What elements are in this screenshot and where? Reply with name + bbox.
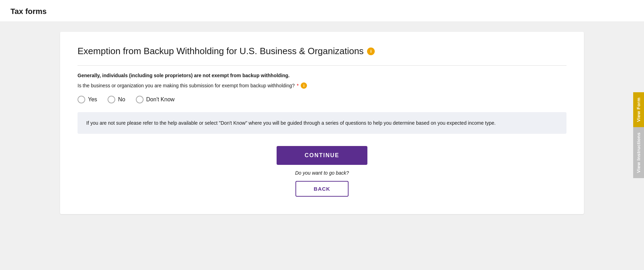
form-card: Exemption from Backup Withholding for U.…	[60, 32, 584, 214]
radio-yes[interactable]	[78, 96, 85, 103]
radio-option-dont-know[interactable]: Don't Know	[136, 96, 175, 103]
description-bold: Generally, individuals (including sole p…	[78, 73, 566, 78]
continue-button[interactable]: CONTINUE	[277, 146, 367, 165]
form-title-text: Exemption from Backup Withholding for U.…	[78, 46, 364, 57]
form-title-container: Exemption from Backup Withholding for U.…	[78, 46, 566, 57]
back-question: Do you want to go back?	[295, 170, 349, 176]
divider	[78, 65, 566, 66]
button-section: CONTINUE Do you want to go back? BACK	[78, 146, 566, 197]
page-title: Tax forms	[10, 7, 634, 16]
info-box: If you are not sure please refer to the …	[78, 112, 566, 134]
radio-no[interactable]	[108, 96, 115, 103]
radio-dont-know-label: Don't Know	[146, 96, 175, 103]
required-star: *	[297, 83, 299, 88]
radio-dont-know[interactable]	[136, 96, 144, 103]
side-tabs: View Form View Instructions	[633, 92, 644, 178]
question-text: Is the business or organization you are …	[78, 83, 295, 88]
back-button[interactable]: BACK	[295, 181, 348, 197]
radio-option-yes[interactable]: Yes	[78, 96, 97, 103]
main-content: Exemption from Backup Withholding for U.…	[0, 21, 644, 225]
radio-group: Yes No Don't Know	[78, 96, 566, 103]
question-row: Is the business or organization you are …	[78, 82, 566, 89]
view-instructions-tab[interactable]: View Instructions	[633, 127, 644, 178]
radio-yes-label: Yes	[88, 96, 97, 103]
question-info-icon[interactable]: i	[301, 82, 307, 89]
radio-option-no[interactable]: No	[108, 96, 125, 103]
title-info-icon[interactable]: i	[367, 48, 375, 55]
info-box-text: If you are not sure please refer to the …	[86, 119, 558, 127]
radio-no-label: No	[118, 96, 125, 103]
page-header: Tax forms	[0, 0, 644, 21]
view-form-tab[interactable]: View Form	[633, 92, 644, 127]
